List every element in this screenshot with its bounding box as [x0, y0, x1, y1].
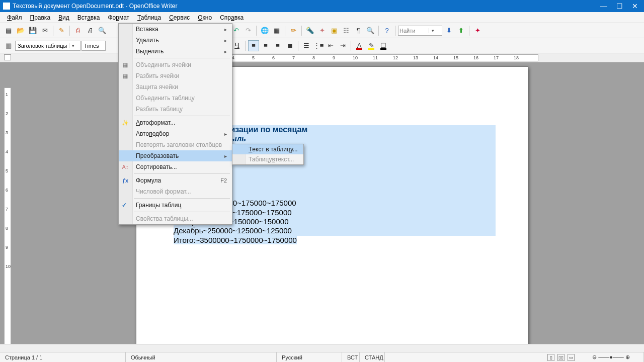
- menu-protect-cell: Защита ячейки: [119, 81, 232, 93]
- submenu-text-to-table[interactable]: Текст в таблицу...: [232, 144, 303, 154]
- menu-edit[interactable]: Правка: [26, 13, 55, 22]
- align-justify-button[interactable]: ≣: [284, 40, 295, 51]
- font-value: Times: [82, 43, 101, 49]
- menu-sort[interactable]: А↕Сортировать...: [119, 161, 232, 172]
- vertical-ruler[interactable]: 12345678910: [4, 87, 11, 347]
- menu-repeat-headers: Повторять заголовки столбцов: [119, 139, 232, 150]
- menu-number-format: Числовой формат...: [119, 186, 232, 197]
- status-selmode[interactable]: СТАНД: [360, 352, 385, 362]
- book-icon[interactable]: ▭: [568, 354, 575, 361]
- horizontal-ruler[interactable]: 456789101112131415161718: [231, 54, 538, 61]
- dropdown-icon[interactable]: ▾: [69, 43, 77, 48]
- status-page: Страница 1 / 1: [0, 352, 126, 362]
- indent-button[interactable]: ⇥: [337, 40, 348, 51]
- table-button[interactable]: ▦: [271, 25, 282, 36]
- menu-split-table: Разбить таблицу: [119, 104, 232, 115]
- font-color-button[interactable]: A: [354, 40, 365, 51]
- titlebar: Текстовый документ OpenDocument.odt - Op…: [0, 0, 644, 12]
- submenu-table-to-text: Таблицу в текст...: [232, 154, 303, 164]
- table-dropdown-menu: Вставка▸ Удалить▸ Выделить▸ ▦Объединить …: [118, 23, 232, 225]
- redo-button[interactable]: ↷: [243, 25, 254, 36]
- zoom-slider[interactable]: ⊖ ——●—— ⊕: [579, 352, 644, 362]
- email-button[interactable]: ✉: [39, 25, 50, 36]
- draw-button[interactable]: ✏: [288, 25, 299, 36]
- close-button[interactable]: ✕: [632, 2, 638, 10]
- align-center-button[interactable]: ≡: [260, 40, 271, 51]
- menu-table[interactable]: Таблица: [133, 13, 165, 22]
- statusbar: Страница 1 / 1 Обычный Русский ВСТ СТАНД…: [0, 352, 644, 362]
- maximize-button[interactable]: ☐: [616, 2, 623, 10]
- save-button[interactable]: 💾: [27, 25, 38, 36]
- nonprint-button[interactable]: ¶: [353, 25, 364, 36]
- menu-help[interactable]: Справка: [216, 13, 248, 22]
- workspace: 12345678910 рибыли организации по месяца…: [0, 62, 644, 352]
- paragraph-style-value: Заголовок таблицы: [16, 43, 69, 49]
- gallery-button[interactable]: ▣: [329, 25, 340, 36]
- menu-formula[interactable]: ƒxФормулаF2: [119, 175, 232, 186]
- horizontal-scrollbar[interactable]: [0, 344, 644, 352]
- standard-toolbar: ▤ 📂 💾 ✉ ✎ ⎙ 🖨 🔍 ↶ ↷ 🌐 ▦ ✏ 🔦 ✦ ▣ ☷ ¶ 🔍 ? …: [0, 23, 644, 38]
- menu-merge-table: Объединить таблицу: [119, 93, 232, 104]
- menu-file[interactable]: Файл: [3, 13, 26, 22]
- menu-autofit[interactable]: Автоподбор▸: [119, 128, 232, 139]
- align-left-button[interactable]: ≡: [248, 40, 259, 51]
- find-box[interactable]: ▾: [398, 26, 442, 36]
- single-page-icon[interactable]: ▯: [547, 354, 554, 361]
- navigator-button[interactable]: ✦: [316, 25, 328, 36]
- menubar: Файл Правка Вид Вставка Формат Таблица С…: [0, 12, 644, 23]
- status-style[interactable]: Обычный: [126, 352, 277, 362]
- menu-convert[interactable]: Преобразовать▸: [119, 150, 232, 161]
- new-button[interactable]: ▤: [3, 25, 14, 36]
- zoom-button[interactable]: 🔍: [365, 25, 376, 36]
- bg-color-button[interactable]: ☐: [378, 40, 389, 51]
- status-insert[interactable]: ВСТ: [342, 352, 360, 362]
- align-right-button[interactable]: ≡: [272, 40, 283, 51]
- formatting-toolbar: ▥ Заголовок таблицы ▾ Times К Ч ≡ ≡ ≡ ≣ …: [0, 38, 644, 53]
- menu-table-insert[interactable]: Вставка▸: [119, 24, 232, 35]
- menu-insert[interactable]: Вставка: [73, 13, 104, 22]
- link-button[interactable]: 🌐: [259, 25, 270, 36]
- paragraph-style-combo[interactable]: Заголовок таблицы ▾: [15, 41, 80, 51]
- menu-merge-cells: ▦Объединить ячейки: [119, 59, 232, 70]
- pdf-button[interactable]: ⎙: [72, 25, 84, 36]
- menu-borders[interactable]: ✓Границы таблиц: [119, 200, 232, 211]
- multi-page-icon[interactable]: ▯▯: [557, 354, 565, 361]
- bullet-list-button[interactable]: ⋮≡: [313, 40, 324, 51]
- status-lang[interactable]: Русский: [277, 352, 342, 362]
- edit-button[interactable]: ✎: [56, 25, 67, 36]
- find-input[interactable]: [398, 28, 429, 34]
- minimize-button[interactable]: —: [600, 2, 607, 10]
- menu-view[interactable]: Вид: [54, 13, 73, 22]
- find-button[interactable]: 🔦: [304, 25, 315, 36]
- ruler-area: 456789101112131415161718: [0, 53, 644, 62]
- doc-icon: [3, 3, 10, 10]
- help-button[interactable]: ?: [381, 25, 392, 36]
- menu-tools[interactable]: Сервис: [165, 13, 194, 22]
- menu-window[interactable]: Окно: [194, 13, 216, 22]
- open-button[interactable]: 📂: [15, 25, 26, 36]
- find-prev-button[interactable]: ⬆: [455, 25, 466, 36]
- convert-submenu: Текст в таблицу... Таблицу в текст...: [232, 144, 304, 165]
- window-title: Текстовый документ OpenDocument.odt - Op…: [13, 3, 600, 10]
- menu-split-cells: ▦Разбить ячейки: [119, 70, 232, 81]
- view-layout-buttons[interactable]: ▯ ▯▯ ▭: [543, 354, 579, 361]
- styles-button[interactable]: ▥: [3, 40, 14, 51]
- outdent-button[interactable]: ⇤: [325, 40, 336, 51]
- datasources-button[interactable]: ☷: [341, 25, 352, 36]
- print-button[interactable]: 🖨: [85, 25, 96, 36]
- ruler-corner: [4, 54, 11, 60]
- numbered-list-button[interactable]: ☰: [301, 40, 312, 51]
- highlight-button[interactable]: ✎: [366, 40, 377, 51]
- menu-autoformat[interactable]: ✨Автоформат...: [119, 117, 232, 128]
- menu-table-select[interactable]: Выделить▸: [119, 46, 232, 57]
- underline-button[interactable]: Ч: [231, 40, 243, 51]
- doc-total: Итого:~3500000~1750000~1750000: [174, 236, 297, 244]
- menu-format[interactable]: Формат: [104, 13, 133, 22]
- find-next-button[interactable]: ⬇: [443, 25, 454, 36]
- menu-table-delete[interactable]: Удалить▸: [119, 35, 232, 46]
- toolbar-overflow-icon[interactable]: ✦: [472, 25, 483, 36]
- find-dropdown-icon[interactable]: ▾: [429, 28, 437, 33]
- menu-table-properties: Свойства таблицы...: [119, 213, 232, 224]
- preview-button[interactable]: 🔍: [97, 25, 108, 36]
- font-combo[interactable]: Times: [82, 41, 106, 51]
